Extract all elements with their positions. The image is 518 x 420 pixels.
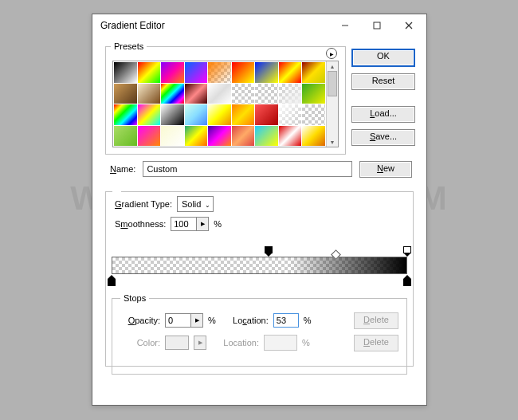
preset-swatch[interactable]	[185, 62, 208, 83]
preset-swatch[interactable]	[114, 62, 137, 83]
preset-swatch[interactable]	[279, 104, 302, 125]
preset-swatch[interactable]	[279, 126, 302, 147]
preset-swatch[interactable]	[232, 126, 255, 147]
preset-swatch[interactable]	[232, 84, 255, 104]
location-label: Location:	[211, 338, 259, 347]
chevron-down-icon: ⌄	[205, 202, 210, 209]
opacity-input[interactable]	[165, 313, 190, 328]
opacity-stop-row: Opacity: ▶ % Location: % Delete	[120, 309, 398, 332]
preset-swatch[interactable]	[114, 104, 137, 125]
color-swatch	[165, 336, 189, 350]
stops-group: Stops Opacity: ▶ % Location: % Delete Co…	[112, 293, 407, 375]
preset-swatch[interactable]	[138, 62, 161, 83]
color-location-input	[264, 335, 297, 351]
dialog-buttons: OK Reset Load... Save...	[351, 49, 415, 146]
preset-swatch[interactable]	[255, 126, 278, 147]
presets-group: Presets ▶ ▲ ▼	[105, 41, 346, 155]
preset-swatch[interactable]	[255, 62, 278, 83]
close-button[interactable]	[393, 14, 425, 37]
delete-color-stop-button: Delete	[354, 335, 398, 351]
save-button[interactable]: Save...	[351, 129, 415, 146]
gradient-bar[interactable]	[112, 257, 407, 274]
preset-swatch[interactable]	[302, 104, 325, 125]
preset-swatch[interactable]	[279, 62, 302, 83]
color-picker-arrow-icon: ▶	[194, 336, 206, 350]
window-title: Gradient Editor	[100, 20, 329, 31]
preset-swatch[interactable]	[302, 84, 325, 104]
gradient-editor-dialog: Gradient Editor Presets ▶ ▲ ▼	[92, 14, 427, 406]
preset-swatch[interactable]	[302, 126, 325, 147]
gradient-type-select[interactable]: Solid ⌄	[177, 196, 214, 212]
preset-swatch[interactable]	[114, 84, 137, 104]
opacity-stop-handle[interactable]	[403, 246, 411, 254]
name-row: Name: New	[110, 161, 412, 177]
minimize-icon	[341, 22, 349, 29]
maximize-icon	[373, 22, 381, 29]
color-label: Color:	[120, 338, 160, 347]
preset-swatch[interactable]	[161, 62, 184, 83]
maximize-button[interactable]	[361, 14, 393, 37]
preset-swatch[interactable]	[161, 104, 184, 125]
preset-swatch[interactable]	[161, 126, 184, 147]
new-button[interactable]: New	[359, 161, 412, 178]
preset-swatch[interactable]	[185, 126, 208, 147]
name-label: Name:	[110, 164, 135, 174]
preset-swatch[interactable]	[185, 104, 208, 125]
opacity-label: Opacity:	[120, 316, 160, 325]
color-stop-handle[interactable]	[403, 275, 411, 283]
close-icon	[405, 22, 413, 29]
spinner-arrow-icon[interactable]: ▶	[196, 217, 209, 231]
gradient-preview	[112, 257, 406, 273]
percent-label: %	[214, 219, 222, 229]
smoothness-label: Smoothness:	[115, 219, 166, 229]
scroll-down-icon[interactable]: ▼	[327, 137, 338, 147]
preset-swatch[interactable]	[138, 84, 161, 104]
delete-opacity-stop-button[interactable]: Delete	[354, 312, 398, 329]
percent-label: %	[302, 338, 310, 347]
preset-swatch[interactable]	[208, 126, 231, 147]
preset-swatch[interactable]	[255, 84, 278, 104]
smoothness-row: Smoothness: ▶ %	[115, 217, 222, 231]
preset-swatch[interactable]	[161, 84, 184, 104]
presets-label: Presets	[111, 41, 147, 51]
preset-swatch[interactable]	[208, 84, 231, 104]
opacity-spinner[interactable]: ▶	[165, 313, 203, 328]
opacity-stop-handle[interactable]	[265, 246, 273, 254]
preset-swatch[interactable]	[138, 126, 161, 147]
preset-swatch[interactable]	[138, 104, 161, 125]
smoothness-spinner[interactable]: ▶	[171, 217, 209, 231]
svg-rect-1	[374, 22, 380, 29]
scroll-up-icon[interactable]: ▲	[327, 61, 338, 71]
smoothness-input[interactable]	[171, 217, 196, 231]
location-label: Location:	[221, 316, 269, 325]
percent-label: %	[208, 316, 216, 325]
preset-swatch[interactable]	[208, 62, 231, 83]
preset-swatch[interactable]	[279, 84, 302, 104]
gradient-ramp	[112, 244, 407, 289]
title-bar: Gradient Editor	[92, 14, 426, 37]
preset-swatch[interactable]	[185, 84, 208, 104]
presets-menu-icon[interactable]: ▶	[326, 48, 337, 59]
stops-label: Stops	[120, 293, 149, 303]
opacity-location-input[interactable]	[273, 313, 299, 328]
gradient-type-label: Gradient Type:	[115, 199, 172, 209]
gradient-type-value: Solid	[182, 199, 201, 209]
minimize-button[interactable]	[329, 14, 361, 37]
preset-swatch[interactable]	[114, 126, 137, 147]
preset-swatch[interactable]	[255, 104, 278, 125]
ok-button[interactable]: OK	[351, 49, 415, 67]
scroll-thumb[interactable]	[328, 71, 337, 96]
name-input[interactable]	[143, 161, 352, 177]
opacity-location-spinner[interactable]	[273, 313, 299, 328]
preset-swatch[interactable]	[232, 104, 255, 125]
presets-scrollbar[interactable]: ▲ ▼	[326, 61, 338, 147]
color-stop-handle[interactable]	[108, 275, 116, 283]
percent-label: %	[304, 316, 312, 325]
presets-panel: ▲ ▼	[112, 61, 339, 147]
preset-swatch[interactable]	[208, 104, 231, 125]
reset-button[interactable]: Reset	[351, 73, 415, 90]
preset-swatch[interactable]	[302, 62, 325, 83]
preset-swatch[interactable]	[232, 62, 255, 83]
load-button[interactable]: Load...	[351, 106, 415, 123]
spinner-arrow-icon[interactable]: ▶	[190, 313, 203, 328]
